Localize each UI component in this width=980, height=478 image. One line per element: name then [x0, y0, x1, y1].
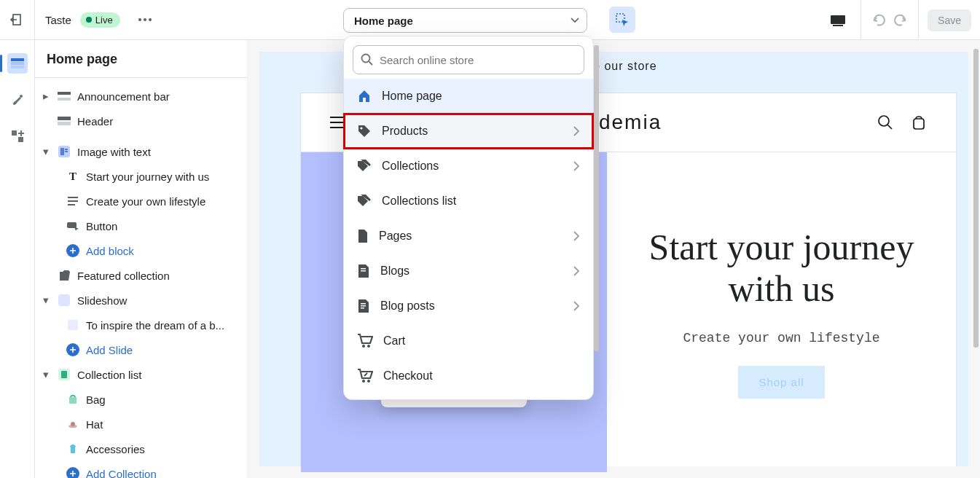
section-slideshow[interactable]: ▾ Slideshow: [36, 288, 244, 313]
redo-button[interactable]: [892, 12, 908, 28]
svg-rect-37: [361, 305, 366, 307]
sections-panel: Home page ▸ Announcement bar Header ▾ Im…: [35, 40, 248, 478]
slide-icon: [68, 320, 78, 330]
svg-rect-3: [833, 25, 843, 26]
cart-icon: [357, 334, 373, 348]
announcement-icon: [57, 92, 71, 101]
popup-item-checkout[interactable]: Checkout: [344, 358, 593, 393]
lines-icon: [66, 197, 80, 205]
collection-list-icon: [58, 369, 70, 380]
rail-sections[interactable]: [7, 53, 28, 74]
svg-rect-17: [68, 197, 78, 198]
exit-icon: [10, 12, 25, 27]
block-heading[interactable]: T Start your journey with us: [36, 164, 244, 189]
tags-icon: [357, 194, 372, 208]
sections-icon: [11, 58, 24, 68]
block-label: Hat: [86, 418, 103, 431]
section-announcement-bar[interactable]: ▸ Announcement bar: [36, 84, 244, 109]
blog-icon: [357, 264, 370, 278]
svg-rect-35: [361, 270, 366, 272]
popup-item-cart[interactable]: Cart: [344, 324, 593, 358]
block-collection-hat[interactable]: Hat: [36, 412, 244, 436]
popup-item-collections-list[interactable]: Collections list: [344, 184, 593, 219]
section-image-with-text[interactable]: ▾ Image with text: [36, 139, 244, 164]
bag-icon: [66, 394, 80, 404]
popup-item-blog-posts[interactable]: Blog posts: [344, 289, 593, 324]
chevron-right-icon: [573, 161, 580, 171]
popup-item-label: Checkout: [383, 369, 433, 383]
popup-item-label: Cart: [383, 334, 405, 348]
svg-rect-9: [18, 137, 23, 142]
hat-icon: [66, 419, 80, 429]
popup-item-products[interactable]: Products: [344, 114, 593, 149]
svg-rect-27: [914, 119, 924, 129]
add-collection[interactable]: Add Collection: [36, 461, 244, 478]
plus-circle-icon: [66, 467, 79, 478]
slideshow-icon: [58, 294, 70, 306]
section-featured-collection[interactable]: Featured collection: [36, 263, 244, 288]
popup-search-input[interactable]: [380, 54, 576, 66]
popup-item-label: Pages: [379, 230, 412, 243]
popup-search[interactable]: [353, 45, 584, 74]
section-collection-list[interactable]: ▾ Collection list: [36, 362, 244, 387]
exit-button[interactable]: [0, 0, 35, 40]
section-header[interactable]: Header: [36, 109, 244, 133]
block-text[interactable]: Create your own lifestyle: [36, 189, 244, 213]
block-button[interactable]: Button: [36, 213, 244, 238]
chevron-right-icon: [573, 301, 580, 311]
rail-theme-settings[interactable]: [7, 90, 28, 110]
ellipsis-icon: [138, 18, 152, 21]
svg-rect-13: [58, 122, 71, 125]
svg-rect-21: [61, 371, 67, 378]
popup-item-blogs[interactable]: Blogs: [344, 254, 593, 289]
section-label: Featured collection: [77, 270, 170, 282]
svg-line-32: [369, 62, 373, 66]
hero-subtitle: Create your own lifestyle: [683, 331, 879, 345]
svg-point-31: [362, 55, 370, 63]
svg-rect-14: [60, 148, 64, 155]
popup-item-pages[interactable]: Pages: [344, 219, 593, 254]
svg-point-7: [20, 95, 23, 98]
svg-rect-24: [71, 422, 75, 426]
popup-item-collections[interactable]: Collections: [344, 149, 593, 184]
add-collection-label: Add Collection: [86, 468, 157, 479]
svg-rect-15: [65, 149, 68, 150]
shirt-icon: [66, 444, 80, 454]
popup-item-label: Products: [382, 125, 428, 138]
svg-rect-8: [12, 130, 17, 136]
block-label: Create your own lifestyle: [86, 195, 205, 208]
popup-item-home[interactable]: Home page: [344, 79, 593, 114]
add-block-label: Add block: [86, 245, 134, 257]
inspector-tool[interactable]: [609, 7, 635, 33]
chevron-right-icon: [573, 126, 580, 136]
hero-button[interactable]: Shop all: [738, 366, 824, 399]
search-icon[interactable]: [877, 114, 893, 130]
block-collection-bag[interactable]: Bag: [36, 387, 244, 412]
save-button[interactable]: Save: [928, 9, 971, 31]
more-button[interactable]: [135, 9, 155, 30]
page-selector[interactable]: Home page: [343, 8, 587, 33]
block-label: To inspire the dream of a b...: [86, 319, 224, 332]
svg-rect-18: [68, 200, 78, 202]
bag-icon[interactable]: [911, 114, 927, 130]
svg-point-40: [367, 345, 370, 348]
popup-scrollbar[interactable]: [594, 45, 599, 351]
add-slide-label: Add Slide: [86, 344, 133, 356]
block-collection-accessories[interactable]: Accessories: [36, 436, 244, 461]
svg-rect-12: [58, 117, 71, 120]
add-slide[interactable]: Add Slide: [36, 337, 244, 362]
left-rail: [0, 40, 35, 478]
svg-line-26: [887, 125, 892, 129]
rail-app-embeds[interactable]: [7, 126, 28, 146]
button-icon: [66, 221, 80, 231]
svg-rect-38: [361, 307, 364, 309]
panel-title: Home page: [35, 40, 247, 78]
canvas-scrollbar[interactable]: [973, 49, 979, 348]
add-block[interactable]: Add block: [36, 238, 244, 263]
chevron-right-icon: [573, 231, 580, 241]
paintbrush-icon: [11, 93, 24, 106]
section-label: Announcement bar: [77, 90, 170, 103]
device-preview-button[interactable]: [815, 0, 861, 40]
undo-button[interactable]: [871, 12, 887, 28]
block-slide[interactable]: To inspire the dream of a b...: [36, 313, 244, 337]
